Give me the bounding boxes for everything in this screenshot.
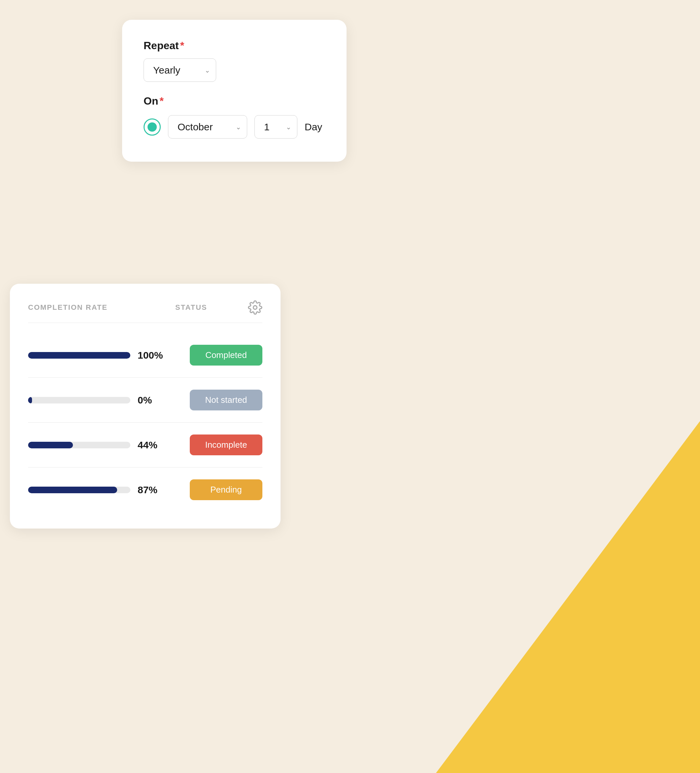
progress-percent: 100% [138,350,163,361]
progress-bar-fill [28,442,73,448]
table-row: 87% Pending [28,467,262,512]
background-triangle [403,377,700,773]
settings-icon[interactable] [248,300,262,315]
table-row: 44% Incomplete [28,423,262,467]
progress-bar-background [28,487,130,493]
svg-point-0 [254,306,257,309]
repeat-select-wrapper[interactable]: Yearly Monthly Weekly Daily ⌄ [143,58,216,82]
month-select[interactable]: January February March April May June Ju… [168,115,247,138]
progress-area: 87% [28,484,190,495]
progress-bar-fill [28,487,117,493]
table-card: COMPLETION RATE STATUS 100% Completed 0%… [10,284,280,528]
radio-inner [148,122,157,132]
day-label-text: Day [305,122,322,133]
status-column-header: STATUS [175,303,248,312]
day-select[interactable]: 1 2345 6789 10111213 14151617 18192021 2… [254,115,297,138]
completion-rate-column-header: COMPLETION RATE [28,303,175,312]
repeat-label: Repeat* [143,39,325,52]
status-badge: Pending [190,479,262,500]
progress-area: 0% [28,395,190,406]
month-select-wrapper[interactable]: January February March April May June Ju… [168,115,247,138]
repeat-required-star: * [180,39,184,51]
on-label-text: On [143,95,158,107]
progress-area: 44% [28,439,190,451]
radio-button[interactable] [143,118,161,136]
repeat-select[interactable]: Yearly Monthly Weekly Daily [143,58,216,82]
progress-percent: 87% [138,484,162,495]
progress-percent: 0% [138,395,162,406]
repeat-label-text: Repeat [143,39,179,51]
progress-bar-background [28,397,130,403]
progress-bar-background [28,352,130,359]
table-row: 100% Completed [28,333,262,378]
progress-area: 100% [28,350,190,361]
on-row: January February March April May June Ju… [143,115,325,138]
progress-bar-fill [28,397,32,403]
status-badge: Incomplete [190,434,262,455]
progress-bar-fill [28,352,130,359]
table-header: COMPLETION RATE STATUS [28,300,262,323]
repeat-card: Repeat* Yearly Monthly Weekly Daily ⌄ On… [122,20,346,162]
day-select-wrapper[interactable]: 1 2345 6789 10111213 14151617 18192021 2… [254,115,297,138]
progress-bar-background [28,442,130,448]
status-badge: Completed [190,345,262,365]
progress-percent: 44% [138,439,162,451]
on-label: On* [143,95,325,107]
table-row: 0% Not started [28,378,262,423]
status-badge: Not started [190,390,262,410]
on-required-star: * [160,95,163,107]
